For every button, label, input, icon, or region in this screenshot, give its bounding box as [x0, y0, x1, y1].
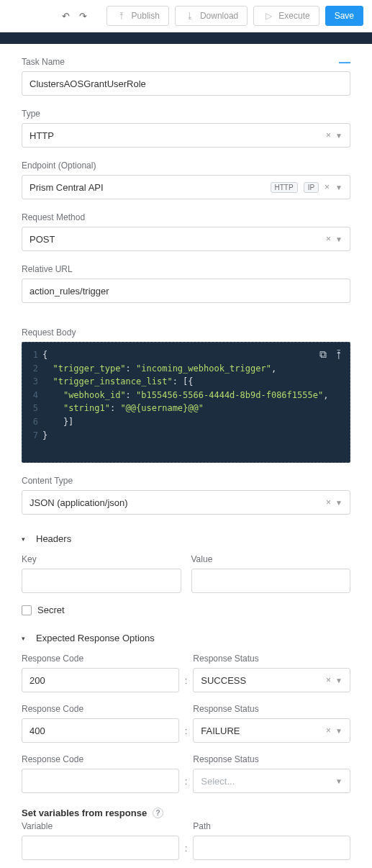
response-row: Response Code:Response StatusFAILURE×▼: [22, 704, 350, 743]
clear-icon[interactable]: ×: [322, 725, 335, 736]
code-line: "webhook_id": "b155456-5566-4444d-8b9d-f…: [42, 389, 350, 402]
toolbar: ↶ ↷ ⭱ Publish ⭳ Download ▷ Execute Save: [0, 0, 372, 32]
response-code-label: Response Code: [22, 704, 179, 714]
colon-separator: :: [185, 843, 188, 860]
method-select[interactable]: POST × ▼: [22, 227, 350, 251]
execute-label: Execute: [278, 11, 309, 21]
chevron-down-icon: ▾: [22, 635, 29, 642]
clear-icon[interactable]: ×: [322, 130, 335, 140]
set-variables-title: Set variables from response: [22, 808, 147, 818]
endpoint-label: Endpoint (Optional): [22, 161, 350, 171]
header-value-label: Value: [191, 554, 351, 564]
response-status-label: Response Status: [193, 704, 350, 714]
chevron-down-icon[interactable]: ▼: [335, 235, 342, 243]
chevron-down-icon[interactable]: ▼: [335, 184, 342, 191]
response-status-value: FAILURE: [201, 725, 322, 736]
content-type-label: Content Type: [22, 476, 350, 486]
response-status-value: Select...: [201, 776, 335, 787]
variable-label: Variable: [22, 821, 179, 831]
type-label: Type: [22, 109, 350, 119]
response-code-input[interactable]: [22, 718, 179, 743]
clear-icon[interactable]: ×: [322, 675, 335, 685]
collapse-icon[interactable]: —: [339, 57, 350, 68]
upload-icon: ⭱: [116, 11, 127, 21]
method-value: POST: [30, 234, 322, 245]
task-name-input[interactable]: [22, 71, 350, 96]
response-status-label: Response Status: [193, 754, 350, 764]
request-body-label: Request Body: [22, 327, 350, 338]
response-code-input[interactable]: [22, 769, 179, 793]
response-row: Response Code:Response StatusSelect...▼: [22, 754, 350, 793]
publish-label: Publish: [132, 11, 160, 21]
content-type-value: JSON (application/json): [30, 497, 322, 508]
task-panel: — Task Name Type HTTP × ▼ Endpoint (Opti…: [7, 44, 365, 868]
response-options-title: Expected Response Options: [36, 633, 155, 643]
checkbox-icon: [22, 605, 32, 615]
type-value: HTTP: [30, 130, 322, 141]
endpoint-select[interactable]: Prism Central API HTTP IP × ▼: [22, 175, 350, 199]
chevron-down-icon: ▾: [22, 535, 29, 543]
content-type-select[interactable]: JSON (application/json) × ▼: [22, 490, 350, 515]
code-gutter: 1234567: [22, 348, 42, 456]
help-icon[interactable]: ?: [153, 808, 163, 818]
headers-title: Headers: [36, 533, 71, 544]
header-key-input[interactable]: [22, 569, 181, 593]
colon-separator: :: [185, 725, 188, 743]
endpoint-pill-addr: IP: [304, 182, 319, 193]
code-line: "trigger_type": "incoming_webhook_trigge…: [42, 362, 350, 376]
response-code-label: Response Code: [22, 754, 179, 764]
execute-button[interactable]: ▷ Execute: [253, 6, 319, 26]
save-label: Save: [335, 11, 354, 21]
endpoint-value: Prism Central API: [30, 182, 265, 193]
response-code-label: Response Code: [22, 654, 179, 664]
clear-icon[interactable]: ×: [322, 497, 335, 507]
download-icon: ⭳: [184, 11, 196, 21]
chevron-down-icon[interactable]: ▼: [335, 499, 342, 507]
header-key-label: Key: [22, 554, 181, 564]
publish-button[interactable]: ⭱ Publish: [106, 6, 169, 26]
chevron-down-icon[interactable]: ▼: [335, 677, 342, 684]
download-label: Download: [200, 11, 238, 21]
secret-label: Secret: [37, 605, 65, 615]
response-row: Response Code:Response StatusSUCCESS×▼: [22, 654, 350, 692]
chevron-down-icon[interactable]: ▼: [335, 132, 342, 140]
response-status-select[interactable]: FAILURE×▼: [193, 718, 350, 743]
secret-checkbox[interactable]: Secret: [22, 605, 350, 615]
type-select[interactable]: HTTP × ▼: [22, 123, 350, 148]
chevron-down-icon[interactable]: ▼: [335, 777, 342, 785]
response-status-label: Response Status: [193, 654, 350, 664]
variable-input[interactable]: [22, 836, 179, 860]
code-line: {: [42, 348, 350, 362]
clear-icon[interactable]: ×: [320, 182, 334, 192]
request-body-editor[interactable]: ⧉ ⭱ 1234567 { "trigger_type": "incoming_…: [22, 342, 350, 463]
clear-icon[interactable]: ×: [322, 234, 335, 244]
header-value-input[interactable]: [191, 569, 351, 593]
relative-url-input[interactable]: [22, 279, 350, 303]
colon-separator: :: [185, 776, 188, 793]
download-button[interactable]: ⭳ Download: [175, 6, 248, 26]
path-input[interactable]: [193, 836, 350, 860]
response-status-value: SUCCESS: [201, 675, 322, 686]
upload-code-icon[interactable]: ⭱: [334, 347, 344, 363]
response-options-accordion[interactable]: ▾ Expected Response Options: [22, 627, 350, 649]
endpoint-pill-proto: HTTP: [271, 182, 298, 193]
colon-separator: :: [185, 675, 188, 692]
open-external-icon[interactable]: ⧉: [319, 347, 327, 363]
relative-url-label: Relative URL: [22, 264, 350, 274]
code-line: }: [42, 429, 350, 443]
response-status-select[interactable]: SUCCESS×▼: [193, 668, 350, 692]
code-line: "trigger_instance_list": [{: [42, 375, 350, 389]
response-status-select[interactable]: Select...▼: [193, 769, 350, 793]
code-line: }]: [42, 415, 350, 429]
chevron-down-icon[interactable]: ▼: [335, 727, 342, 735]
task-name-label: Task Name: [22, 57, 350, 67]
redo-icon[interactable]: ↷: [78, 11, 89, 22]
header-dark-strip: [0, 32, 372, 44]
path-label: Path: [193, 821, 350, 831]
response-code-input[interactable]: [22, 668, 179, 692]
save-button[interactable]: Save: [325, 6, 363, 26]
method-label: Request Method: [22, 212, 350, 222]
headers-accordion[interactable]: ▾ Headers: [22, 528, 350, 550]
undo-icon[interactable]: ↶: [60, 11, 72, 22]
code-line: "string1": "@@{username}@@": [42, 402, 350, 415]
